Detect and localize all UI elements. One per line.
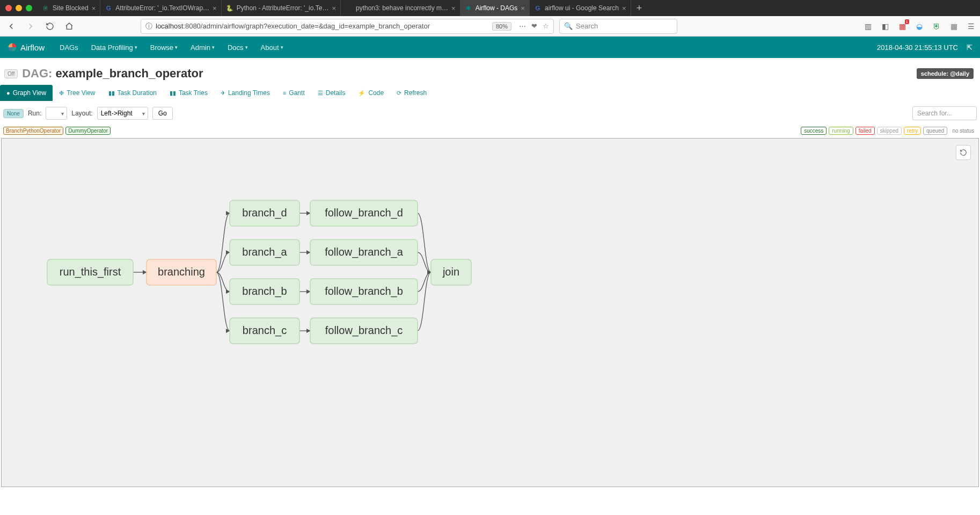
task-node-follow_branch_c[interactable]: follow_branch_c	[310, 318, 418, 344]
status-legend-item[interactable]: running	[829, 127, 853, 135]
window-close-button[interactable]	[5, 5, 12, 11]
pocket-icon[interactable]: ❤	[531, 22, 537, 30]
dag-pause-toggle[interactable]: Off	[4, 69, 18, 78]
view-tab-details[interactable]: ☰Details	[311, 85, 352, 101]
dag-graph[interactable]: run_this_firstbranchingbranch_dbranch_ab…	[2, 139, 796, 488]
status-legend-item[interactable]: queued	[923, 127, 947, 135]
view-tab-icon: ⚡	[358, 90, 365, 97]
task-node-branch_d[interactable]: branch_d	[230, 200, 299, 226]
view-tab-refresh[interactable]: ⟳Refresh	[390, 85, 433, 101]
reload-button[interactable]	[43, 19, 57, 33]
zoom-indicator[interactable]: 80%	[492, 22, 511, 31]
view-tab-landing-times[interactable]: ✈Landing Times	[214, 85, 276, 101]
browser-tab[interactable]: ○ python3: behave incorrectly m… ×	[341, 0, 460, 16]
view-tab-icon: ≡	[283, 90, 286, 96]
status-legend-item[interactable]: success	[801, 127, 827, 135]
tab-favicon-icon: G	[534, 4, 542, 12]
run-select[interactable]	[46, 107, 67, 120]
extension-icon[interactable]: ▦1	[897, 21, 907, 31]
browser-tab[interactable]: ✱ Airflow - DAGs ×	[460, 0, 530, 16]
window-zoom-button[interactable]	[26, 5, 32, 11]
operator-legend-item[interactable]: DummyOperator	[65, 127, 111, 135]
nav-item-docs[interactable]: Docs▾	[221, 43, 254, 52]
go-button[interactable]: Go	[152, 107, 173, 120]
window-controls	[5, 5, 32, 11]
nav-item-data-profiling[interactable]: Data Profiling▾	[85, 43, 144, 52]
layout-select[interactable]: Left->Right	[97, 107, 148, 120]
tab-close-button[interactable]: ×	[332, 4, 336, 12]
page-body: Off DAG: example_branch_operator schedul…	[0, 58, 980, 487]
chevron-down-icon: ▾	[245, 45, 248, 50]
tab-close-button[interactable]: ×	[521, 4, 525, 12]
task-node-branch_c[interactable]: branch_c	[230, 318, 299, 344]
view-tab-icon: ☰	[318, 90, 323, 97]
browser-tab[interactable]: G airflow ui - Google Search ×	[530, 0, 631, 16]
tab-close-button[interactable]: ×	[451, 4, 456, 12]
tab-title: AttributeError: '_io.TextIOWrap…	[115, 4, 209, 12]
task-node-branch_b[interactable]: branch_b	[230, 279, 299, 304]
home-button[interactable]	[62, 19, 76, 33]
status-legend-item[interactable]: retry	[904, 127, 921, 135]
graph-controls: None Run: Layout: Left->Right Go Search …	[0, 101, 980, 126]
view-tab-code[interactable]: ⚡Code	[352, 85, 390, 101]
back-button[interactable]	[4, 19, 18, 33]
extension-icon[interactable]: ▦	[949, 21, 959, 31]
extension-icon[interactable]: ◒	[915, 21, 924, 31]
graph-pane[interactable]: run_this_firstbranchingbranch_dbranch_ab…	[1, 138, 979, 487]
nav-item-browse[interactable]: Browse▾	[144, 43, 184, 52]
task-node-follow_branch_a[interactable]: follow_branch_a	[310, 240, 418, 265]
browser-tab[interactable]: 🐍 Python - AttributeError: '_io.Te… ×	[222, 0, 341, 16]
nav-item-dags[interactable]: DAGs	[53, 43, 85, 52]
tab-favicon-icon: ✱	[465, 4, 472, 12]
status-legend-item[interactable]: no status	[949, 127, 977, 134]
nav-item-label: DAGs	[60, 43, 78, 52]
new-tab-button[interactable]: +	[631, 3, 648, 14]
status-legend-item[interactable]: skipped	[877, 127, 902, 135]
toolbar-right-icons: ▥ ◧ ▦1 ◒ ⛨ ▦ ☰	[863, 21, 976, 31]
extension-icon[interactable]: ⛨	[932, 21, 941, 31]
view-tab-tree-view[interactable]: ❉Tree View	[53, 85, 101, 101]
page-actions-icon[interactable]: ⋯	[519, 22, 526, 30]
task-node-branch_a[interactable]: branch_a	[230, 240, 299, 265]
nav-item-admin[interactable]: Admin▾	[184, 43, 221, 52]
task-node-follow_branch_d[interactable]: follow_branch_d	[310, 200, 418, 226]
browser-chrome: ⛨ Site Blocked ×G AttributeError: '_io.T…	[0, 0, 980, 37]
sidebar-icon[interactable]: ◧	[880, 21, 890, 31]
status-legend-item[interactable]: failed	[855, 127, 875, 135]
status-legend: successrunningfailedskippedretryqueuedno…	[801, 127, 977, 135]
task-node-follow_branch_b[interactable]: follow_branch_b	[310, 279, 418, 304]
base-date-badge[interactable]: None	[3, 109, 24, 118]
bookmark-star-icon[interactable]: ☆	[543, 22, 549, 30]
view-tab-task-duration[interactable]: ▮▮Task Duration	[102, 85, 163, 101]
task-node-join[interactable]: join	[431, 259, 471, 285]
window-minimize-button[interactable]	[16, 5, 22, 11]
airflow-logo[interactable]: Airflow	[8, 42, 45, 52]
app-menu-icon[interactable]: ☰	[966, 21, 976, 31]
view-tab-label: Gantt	[289, 89, 304, 97]
task-node-branching[interactable]: branching	[147, 259, 216, 285]
tab-title: Airflow - DAGs	[476, 4, 518, 12]
task-node-label: branch_b	[242, 285, 287, 298]
view-tab-graph-view[interactable]: ●Graph View	[0, 85, 53, 101]
external-link-icon[interactable]: ⇱	[967, 43, 972, 52]
tab-close-button[interactable]: ×	[622, 4, 626, 12]
airflow-navbar: Airflow DAGsData Profiling▾Browse▾Admin▾…	[0, 37, 980, 58]
schedule-badge[interactable]: schedule: @daily	[917, 68, 974, 79]
task-search-input[interactable]: Search for...	[912, 106, 977, 120]
browser-tab[interactable]: ⛨ Site Blocked ×	[38, 0, 100, 16]
library-icon[interactable]: ▥	[863, 21, 873, 31]
search-bar[interactable]: 🔍 Search	[559, 19, 677, 34]
operator-legend-item[interactable]: BranchPythonOperator	[3, 127, 63, 135]
site-info-icon[interactable]: ⓘ	[145, 21, 152, 31]
browser-tab[interactable]: G AttributeError: '_io.TextIOWrap… ×	[100, 0, 221, 16]
refresh-graph-button[interactable]	[956, 145, 971, 160]
view-tab-task-tries[interactable]: ▮▮Task Tries	[163, 85, 214, 101]
nav-item-about[interactable]: About▾	[254, 43, 290, 52]
task-node-run_this_first[interactable]: run_this_first	[47, 259, 133, 285]
address-bar[interactable]: ⓘ localhost:8080/admin/airflow/graph?exe…	[141, 19, 554, 34]
tab-close-button[interactable]: ×	[92, 4, 96, 12]
view-tab-gantt[interactable]: ≡Gantt	[276, 85, 311, 101]
url-text: localhost:8080/admin/airflow/graph?execu…	[156, 22, 489, 30]
forward-button[interactable]	[24, 19, 38, 33]
tab-close-button[interactable]: ×	[213, 4, 217, 12]
